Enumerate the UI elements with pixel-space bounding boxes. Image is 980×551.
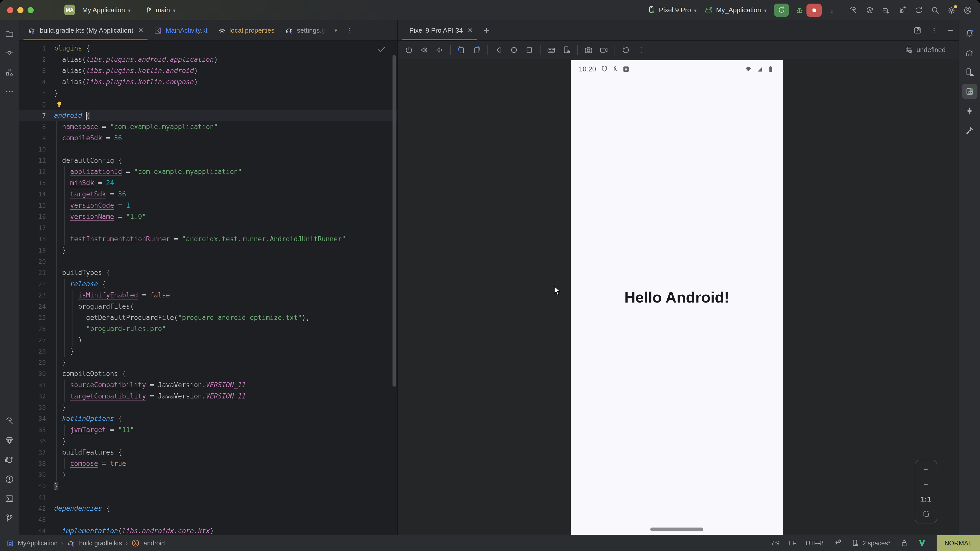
file-encoding[interactable]: UTF-8 — [805, 540, 824, 547]
home-button[interactable] — [507, 43, 521, 56]
code-line[interactable]: 29 } — [19, 357, 397, 368]
line-number[interactable]: 10 — [19, 144, 46, 155]
caret-position[interactable]: 7:9 — [771, 540, 780, 547]
maximize-window-button[interactable] — [27, 7, 34, 13]
line-number[interactable]: 34 — [19, 413, 46, 424]
windows-search-button[interactable] — [902, 43, 916, 56]
code-line[interactable]: 36 } — [19, 436, 397, 447]
volume-down-button[interactable] — [432, 43, 447, 56]
intention-bulb-icon[interactable] — [55, 100, 63, 108]
more-tool-button[interactable] — [2, 84, 17, 99]
zoom-actual-size-button[interactable]: 1:1 — [921, 494, 931, 504]
line-number[interactable]: 16 — [19, 211, 46, 222]
line-number[interactable]: 8 — [19, 121, 46, 133]
settings-button[interactable] — [944, 3, 959, 17]
line-number[interactable]: 42 — [19, 503, 46, 514]
code-line[interactable]: 5} — [19, 88, 397, 99]
code-line[interactable]: 6 — [19, 99, 397, 110]
run-configuration-selector[interactable]: My_Application ▾ — [704, 5, 767, 14]
screen-record-button[interactable] — [597, 43, 611, 56]
logcat-tool-button[interactable] — [2, 452, 17, 467]
line-number[interactable]: 15 — [19, 200, 46, 211]
code-line[interactable]: 21 buildTypes { — [19, 267, 397, 279]
zoom-out-button[interactable]: − — [924, 479, 928, 489]
line-separator[interactable]: LF — [789, 540, 796, 547]
line-number[interactable]: 39 — [19, 469, 46, 481]
terminal-tool-button[interactable] — [2, 491, 17, 506]
branch-selector[interactable]: main ▾ — [142, 4, 179, 16]
reset-button[interactable] — [619, 43, 633, 56]
editor-tab[interactable]: local.properties — [213, 21, 280, 40]
minimize-window-button[interactable] — [18, 7, 24, 13]
device-selector[interactable]: Pixel 9 Pro ▾ — [647, 6, 697, 14]
device-tab[interactable]: Pixel 9 Pro API 34 ✕ — [401, 21, 478, 40]
open-in-window-button[interactable] — [909, 21, 926, 40]
app-quality-insights-tool-button[interactable] — [2, 433, 17, 448]
line-number[interactable]: 2 — [19, 54, 46, 65]
code-line[interactable]: 12 applicationId = "com.example.myapplic… — [19, 166, 397, 178]
editor-scrollbar[interactable] — [393, 55, 396, 387]
line-number[interactable]: 32 — [19, 391, 46, 402]
code-line[interactable]: 11 defaultConfig { — [19, 155, 397, 166]
breadcrumb-item[interactable]: android — [131, 539, 165, 548]
keyboard-button[interactable] — [544, 43, 558, 56]
panel-options-button[interactable] — [926, 21, 942, 40]
version-control-tool-button[interactable] — [2, 510, 17, 526]
line-number[interactable]: 30 — [19, 368, 46, 380]
code-line[interactable]: 44 implementation(libs.androidx.core.ktx… — [19, 526, 397, 535]
code-line[interactable]: 20 — [19, 256, 397, 267]
line-number[interactable]: 29 — [19, 357, 46, 368]
line-number[interactable]: 4 — [19, 76, 46, 88]
project-selector[interactable]: My Application ▾ — [79, 4, 134, 16]
line-number[interactable]: 1 — [19, 43, 46, 54]
tab-options-button[interactable] — [341, 21, 358, 40]
line-number[interactable]: 14 — [19, 189, 46, 200]
code-line[interactable]: 22 release { — [19, 279, 397, 290]
structure-tool-button[interactable] — [2, 64, 17, 79]
code-line[interactable]: 42dependencies { — [19, 503, 397, 514]
project-folder-tool-button[interactable] — [2, 25, 17, 41]
line-number[interactable]: 5 — [19, 88, 46, 99]
code-line[interactable]: 18 testInstrumentationRunner = "androidx… — [19, 233, 397, 245]
editor-tab[interactable]: settings.g — [280, 21, 330, 40]
line-number[interactable]: 20 — [19, 256, 46, 267]
problems-tool-button[interactable] — [2, 472, 17, 487]
rerun-button[interactable] — [774, 3, 789, 17]
code-line[interactable]: 4 alias(libs.plugins.kotlin.compose) — [19, 76, 397, 88]
commit-tool-button[interactable] — [2, 45, 17, 60]
line-number[interactable]: 33 — [19, 402, 46, 413]
code-line[interactable]: 37 buildFeatures { — [19, 447, 397, 458]
code-line[interactable]: 34 kotlinOptions { — [19, 413, 397, 424]
code-line[interactable]: 40} — [19, 481, 397, 492]
stop-button[interactable] — [807, 3, 822, 17]
code-line[interactable]: 35 jvmTarget = "11" — [19, 424, 397, 436]
rotate-right-button[interactable] — [469, 43, 484, 56]
code-editor[interactable]: 1plugins {2 alias(libs.plugins.android.a… — [19, 41, 397, 535]
line-number[interactable]: 18 — [19, 233, 46, 245]
breadcrumb-item[interactable]: MyApplication› — [6, 539, 63, 547]
debug-button[interactable] — [792, 3, 807, 17]
line-number[interactable]: 43 — [19, 514, 46, 526]
inspections-ok-icon[interactable] — [377, 45, 386, 54]
gemini-tool-button[interactable] — [962, 103, 977, 118]
close-icon[interactable]: ✕ — [138, 27, 144, 34]
line-number[interactable]: 27 — [19, 335, 46, 346]
code-line[interactable]: 10 — [19, 144, 397, 155]
line-number[interactable]: 23 — [19, 290, 46, 301]
code-line[interactable]: 1plugins { — [19, 43, 397, 54]
restart-activity-button[interactable] — [862, 3, 877, 17]
line-number[interactable]: 21 — [19, 267, 46, 279]
code-line[interactable]: 23 isMinifyEnabled = false — [19, 290, 397, 301]
volume-up-button[interactable] — [417, 43, 431, 56]
back-button[interactable] — [492, 43, 506, 56]
code-line[interactable]: 16 versionName = "1.0" — [19, 211, 397, 222]
zoom-in-button[interactable]: + — [924, 464, 928, 475]
line-number[interactable]: 9 — [19, 133, 46, 144]
line-number[interactable]: 7 — [19, 110, 46, 121]
rotate-left-button[interactable] — [454, 43, 469, 56]
code-line[interactable]: 8 namespace = "com.example.myapplication… — [19, 121, 397, 133]
code-line[interactable]: 7android { — [19, 110, 397, 121]
fit-screen-button[interactable] — [921, 509, 930, 519]
vim-mode-badge[interactable]: NORMAL — [936, 535, 980, 551]
device-settings-button[interactable] — [559, 43, 574, 56]
